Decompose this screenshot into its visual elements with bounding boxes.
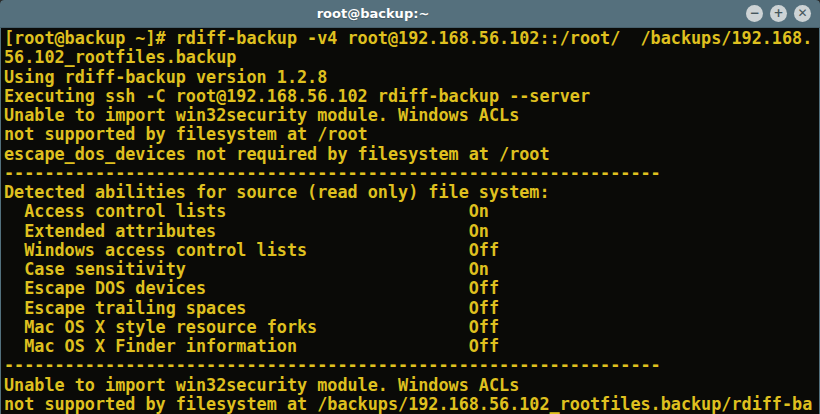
terminal-line: Escape DOS devices Off (4, 279, 819, 298)
terminal-line: Escape trailing spaces Off (4, 299, 819, 318)
window-controls: − + ✕ (746, 5, 820, 22)
terminal-separator: ----------------------------------------… (4, 164, 819, 183)
terminal-line: [root@backup ~]# rdiff-backup -v4 root@1… (4, 29, 819, 48)
terminal-line: 56.102_rootfiles.backup (4, 48, 819, 67)
terminal-line: Unable to import win32security module. W… (4, 106, 819, 125)
terminal-line: Unable to import win32security module. W… (4, 376, 819, 395)
window-title: root@backup:~ (0, 6, 746, 21)
terminal-window: root@backup:~ − + ✕ [root@backup ~]# rdi… (0, 0, 820, 414)
terminal-line: Windows access control lists Off (4, 241, 819, 260)
terminal-line: not supported by filesystem at /backups/… (4, 395, 819, 414)
terminal-line: Detected abilities for source (read only… (4, 183, 819, 202)
terminal-line: Executing ssh -C root@192.168.56.102 rdi… (4, 87, 819, 106)
terminal-output[interactable]: [root@backup ~]# rdiff-backup -v4 root@1… (0, 28, 820, 414)
terminal-line: escape_dos_devices not required by files… (4, 145, 819, 164)
terminal-line: Extended attributes On (4, 222, 819, 241)
terminal-line: Mac OS X Finder information Off (4, 337, 819, 356)
terminal-separator: ----------------------------------------… (4, 356, 819, 375)
terminal-line: Mac OS X style resource forks Off (4, 318, 819, 337)
terminal-line: Access control lists On (4, 202, 819, 221)
titlebar[interactable]: root@backup:~ − + ✕ (0, 0, 820, 28)
minimize-button[interactable]: − (746, 5, 763, 22)
terminal-line: Using rdiff-backup version 1.2.8 (4, 68, 819, 87)
maximize-button[interactable]: + (770, 5, 787, 22)
close-button[interactable]: ✕ (794, 5, 811, 22)
terminal-line: Case sensitivity On (4, 260, 819, 279)
terminal-line: not supported by filesystem at /root (4, 125, 819, 144)
